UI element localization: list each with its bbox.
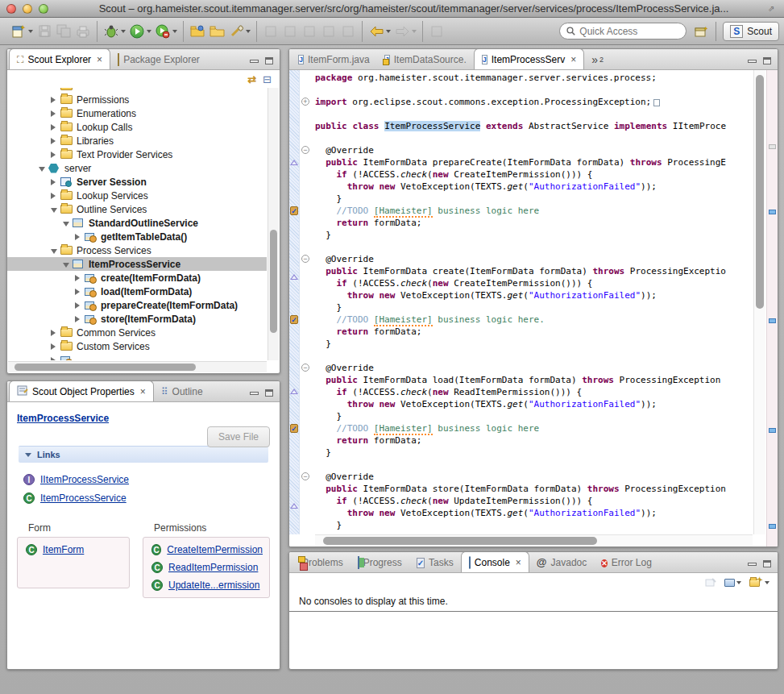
tree-item-common-services[interactable]: Common Services <box>7 326 267 339</box>
code-line[interactable]: //TODO [Hameister] business logic here <box>315 422 753 434</box>
properties-tab-scout-object-properties[interactable]: Scout Object Properties× <box>9 380 154 401</box>
code-line[interactable]: public class ItemProcessService extends … <box>315 120 753 132</box>
tree-item-create-itemformdata-[interactable]: create(ItemFormData) <box>7 271 267 285</box>
tree-item-lookup-services[interactable]: Lookup Services <box>7 189 267 202</box>
tree-item-process-services[interactable]: Process Services <box>7 243 267 257</box>
tree-expander-icon[interactable] <box>51 108 59 119</box>
overview-ruler[interactable] <box>766 70 778 546</box>
tree-expander-icon[interactable] <box>51 177 59 188</box>
console-maximize-button[interactable] <box>763 560 771 567</box>
open-console-icon[interactable]: ✦ <box>749 579 769 587</box>
links-link[interactable]: IItemProcessService <box>40 474 129 485</box>
link-with-editor-icon[interactable]: ⇄ <box>247 73 256 85</box>
tree-item-text-provider-services[interactable]: Text Provider Services <box>7 148 267 161</box>
console-tab-console[interactable]: Console× <box>461 551 529 572</box>
tree-expander-icon[interactable] <box>51 245 59 256</box>
quick-access-box[interactable] <box>559 23 687 39</box>
run-config-button[interactable] <box>153 22 179 41</box>
pin-console-icon[interactable] <box>705 578 716 588</box>
tree-expander-icon[interactable] <box>51 135 59 147</box>
override-indicator-icon[interactable] <box>290 389 298 394</box>
code-line[interactable]: @Override <box>315 471 753 483</box>
editor-tab-itemform-java[interactable]: JItemForm.java <box>291 49 377 69</box>
collapse-fold-icon[interactable]: − <box>301 364 309 372</box>
overview-task-marker[interactable] <box>769 210 776 214</box>
collapse-all-icon[interactable]: ⊟ <box>263 73 272 85</box>
tree-item-permissions[interactable]: Permissions <box>7 93 267 106</box>
zoom-window-button[interactable] <box>39 4 48 14</box>
back-button[interactable] <box>367 22 392 41</box>
code-line[interactable]: //TODO [Hameister] business logic here <box>315 205 753 217</box>
tree-expander-icon[interactable] <box>75 231 83 243</box>
tree-expander-icon[interactable] <box>51 327 59 339</box>
links-link[interactable]: ItemProcessService <box>40 492 127 504</box>
console-minimize-button[interactable] <box>748 563 757 566</box>
tree-expander-icon[interactable] <box>75 286 83 297</box>
code-line[interactable]: return formData; <box>315 434 753 447</box>
code-line[interactable] <box>315 108 753 120</box>
code-line[interactable]: } <box>315 519 753 531</box>
properties-tab-outline[interactable]: ⠿Outline <box>154 381 210 401</box>
tree-item-clipped[interactable] <box>7 353 267 360</box>
tree-item-enumerations[interactable]: Enumerations <box>7 106 267 120</box>
collapse-fold-icon[interactable]: − <box>301 146 309 154</box>
run-button[interactable] <box>127 22 153 41</box>
task-marker-icon[interactable]: ✓ <box>290 206 298 215</box>
code-line[interactable]: } <box>315 301 753 314</box>
tree-item-load-itemformdata-[interactable]: load(ItemFormData) <box>7 285 267 298</box>
editor-horizontal-scrollbar[interactable] <box>315 534 753 546</box>
explorer-tab-package-explorer[interactable]: Package Explorer <box>110 49 207 69</box>
code-line[interactable]: return formData; <box>315 326 753 338</box>
permission-item-link[interactable]: UpdateIte...ermission <box>168 580 259 591</box>
explorer-minimize-button[interactable] <box>250 60 259 63</box>
permission-item-link[interactable]: CreateItemPermission <box>167 544 263 555</box>
collapse-fold-icon[interactable]: − <box>301 472 309 480</box>
tree-expander-icon[interactable] <box>63 259 71 270</box>
tree-item-custom-services[interactable]: Custom Services <box>7 339 267 353</box>
tree-item-preparecreate-itemformdata-[interactable]: prepareCreate(ItemFormData) <box>7 298 267 312</box>
code-line[interactable] <box>315 350 753 362</box>
code-area[interactable]: package org.hameister.scout.itemmanager.… <box>315 72 753 534</box>
tree-expander-icon[interactable] <box>51 341 59 352</box>
explorer-horizontal-scrollbar[interactable] <box>8 361 267 372</box>
permission-item-link[interactable]: ReadItemPermission <box>168 562 258 573</box>
console-tab-progress[interactable]: Progress <box>351 552 409 572</box>
tree-expander-icon[interactable] <box>51 190 59 202</box>
minimize-window-button[interactable] <box>23 4 32 14</box>
code-line[interactable]: @Override <box>315 144 753 156</box>
open-plugin-button[interactable] <box>188 22 207 41</box>
new-wizard-button[interactable]: ✦ <box>9 22 35 41</box>
perspective-scout-button[interactable]: S Scout <box>723 22 779 41</box>
forward-dropdown-icon[interactable] <box>412 30 417 33</box>
close-tab-icon[interactable]: × <box>516 557 521 568</box>
save-file-button[interactable]: Save File <box>207 426 270 447</box>
run-config-dropdown-icon[interactable] <box>172 30 177 33</box>
code-line[interactable]: throw new VetoException(TEXTS.get("Autho… <box>315 289 753 301</box>
code-line[interactable]: if (!ACCESS.check(new ReadItemPermission… <box>315 386 753 398</box>
debug-dropdown-icon[interactable] <box>121 30 126 33</box>
format-brush-dropdown-icon[interactable] <box>246 30 251 33</box>
close-window-button[interactable] <box>6 4 16 14</box>
code-line[interactable]: if (!ACCESS.check(new UpdateItemPermissi… <box>315 495 753 507</box>
code-line[interactable]: } <box>315 338 753 350</box>
code-line[interactable]: if (!ACCESS.check(new CreateItemPermissi… <box>315 168 753 181</box>
explorer-vertical-scrollbar[interactable] <box>268 88 279 360</box>
tree-item-standardoutlineservice[interactable]: StandardOutlineService <box>7 216 267 230</box>
display-console-icon[interactable] <box>724 579 741 587</box>
console-tab-error-log[interactable]: ✕Error Log <box>594 552 659 572</box>
properties-maximize-button[interactable] <box>265 389 273 397</box>
code-line[interactable]: } <box>315 447 753 459</box>
code-line[interactable]: public ItemFormData store(ItemFormData f… <box>315 483 753 495</box>
tree-expander-icon[interactable] <box>39 163 47 174</box>
tree-item-server[interactable]: server <box>7 161 267 175</box>
run-dropdown-icon[interactable] <box>147 30 151 33</box>
code-line[interactable]: throw new VetoException(TEXTS.get("Autho… <box>315 507 753 519</box>
code-line[interactable]: throw new VetoException(TEXTS.get("Autho… <box>315 181 753 193</box>
code-line[interactable]: } <box>315 410 753 422</box>
override-indicator-icon[interactable] <box>290 503 298 509</box>
collapse-fold-icon[interactable]: − <box>301 255 309 263</box>
tree-item-store-itemformdata-[interactable]: store(ItemFormData) <box>7 312 267 326</box>
code-line[interactable]: //TODO [Hameister] business logic here. <box>315 314 753 326</box>
tree-item-outline-services[interactable]: Outline Services <box>7 202 267 216</box>
editor-minimize-button[interactable] <box>748 60 757 63</box>
